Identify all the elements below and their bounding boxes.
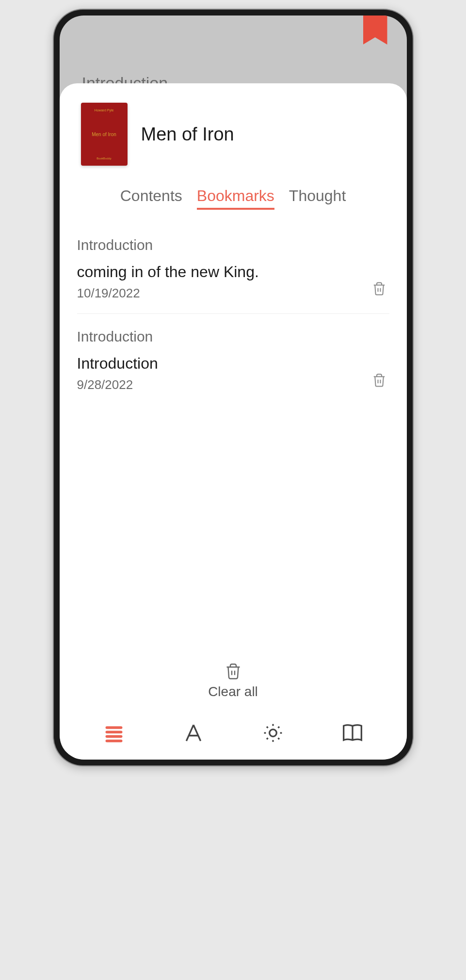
- bookmark-excerpt: Introduction: [77, 355, 369, 373]
- nav-brightness-button[interactable]: [261, 721, 285, 745]
- book-title: Men of Iron: [141, 124, 234, 145]
- delete-bookmark-button[interactable]: [369, 370, 389, 392]
- clear-all-label: Clear all: [208, 684, 258, 700]
- font-icon: [183, 722, 204, 744]
- tab-bookmarks[interactable]: Bookmarks: [197, 187, 274, 210]
- bookmark-date: 10/19/2022: [77, 286, 369, 301]
- trash-icon: [225, 663, 242, 680]
- phone-frame: Introduction Howard Pyle Men of Iron Boo…: [54, 10, 413, 765]
- sheet-header: Howard Pyle Men of Iron BookBuddy Men of…: [60, 83, 407, 175]
- svg-point-4: [269, 730, 276, 737]
- open-book-icon: [342, 722, 363, 744]
- bookmark-ribbon-icon[interactable]: [363, 16, 387, 45]
- nav-book-button[interactable]: [340, 721, 365, 745]
- nav-menu-button[interactable]: [102, 721, 126, 745]
- trash-icon: [372, 281, 386, 296]
- nav-font-button[interactable]: [181, 721, 206, 745]
- cover-author: Howard Pyle: [95, 109, 114, 112]
- bookmark-date: 9/28/2022: [77, 377, 369, 392]
- tab-thought[interactable]: Thought: [289, 187, 346, 210]
- svg-line-11: [266, 738, 268, 739]
- svg-line-12: [278, 727, 279, 728]
- bookmark-chapter: Introduction: [77, 328, 389, 345]
- svg-line-8: [278, 738, 279, 739]
- bookmarks-sheet: Howard Pyle Men of Iron BookBuddy Men of…: [60, 83, 407, 760]
- bookmarks-list[interactable]: Introduction coming in of the new King. …: [60, 218, 407, 655]
- delete-bookmark-button[interactable]: [369, 279, 389, 301]
- bookmark-excerpt: coming in of the new King.: [77, 263, 369, 281]
- tabs: Contents Bookmarks Thought: [60, 175, 407, 218]
- brightness-icon: [262, 722, 284, 744]
- cover-publisher: BookBuddy: [96, 157, 112, 160]
- svg-line-7: [266, 727, 268, 728]
- book-cover[interactable]: Howard Pyle Men of Iron BookBuddy: [81, 103, 128, 166]
- cover-title: Men of Iron: [92, 132, 116, 137]
- clear-all-button[interactable]: Clear all: [60, 655, 407, 711]
- tab-contents[interactable]: Contents: [120, 187, 182, 210]
- bottom-nav: [60, 711, 407, 760]
- trash-icon: [372, 373, 386, 388]
- bookmark-item[interactable]: Introduction Introduction 9/28/2022: [77, 328, 389, 405]
- bookmark-item[interactable]: Introduction coming in of the new King. …: [77, 237, 389, 314]
- menu-icon: [103, 722, 125, 744]
- bookmark-chapter: Introduction: [77, 237, 389, 253]
- phone-screen: Introduction Howard Pyle Men of Iron Boo…: [60, 16, 407, 760]
